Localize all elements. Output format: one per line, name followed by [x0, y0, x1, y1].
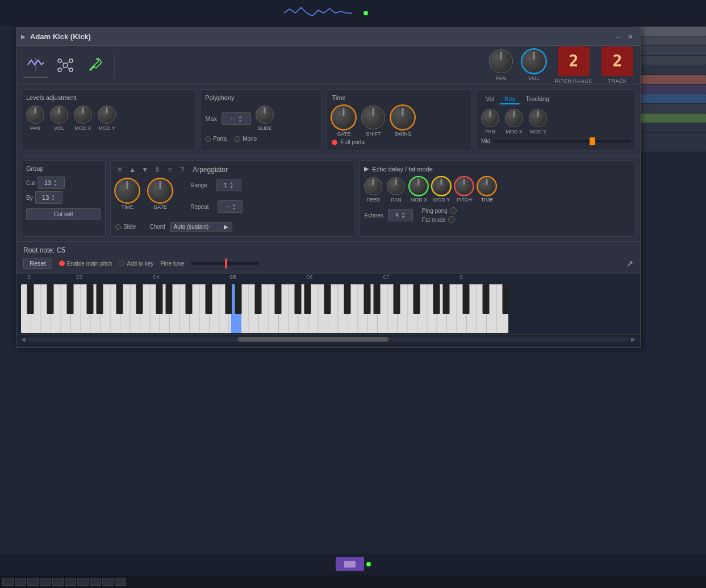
bottom-btn-3[interactable] — [27, 578, 39, 586]
ping-pong-toggle[interactable]: Ping pong — [422, 207, 457, 214]
poly-slide-knob[interactable] — [256, 106, 274, 124]
key-modx-col: MOD X — [505, 109, 523, 135]
group-cut-arrows[interactable]: ▲▼ — [53, 179, 57, 187]
mid-slider[interactable] — [494, 140, 630, 142]
levels-mody-knob[interactable] — [98, 106, 116, 124]
piano-keyboard[interactable] — [21, 284, 509, 334]
arp-up-btn[interactable]: ▲ — [128, 165, 137, 174]
bottom-btn-4[interactable] — [40, 578, 51, 586]
key-pan-knob[interactable] — [481, 109, 499, 127]
mono-radio[interactable]: Mono — [235, 136, 257, 142]
echo-modx-knob[interactable] — [410, 177, 428, 195]
wave-tool-button[interactable] — [23, 53, 48, 78]
group-by-arrows[interactable]: ▲▼ — [51, 194, 55, 201]
bottom-btn-7[interactable] — [77, 578, 89, 586]
bottom-btn-5[interactable] — [52, 578, 64, 586]
fine-tune-slider[interactable] — [191, 262, 259, 265]
expand-arrow[interactable]: ▶ — [21, 33, 26, 40]
arp-range-label: Range — [190, 182, 207, 188]
enable-main-pitch-circle — [59, 261, 65, 266]
fat-mode-label: Fat mode — [422, 217, 446, 223]
arp-updown-btn[interactable]: ⇕ — [153, 165, 162, 174]
toolbar-vol-knob[interactable] — [522, 49, 546, 73]
bottom-btn-1[interactable] — [2, 578, 14, 586]
levels-modx-knob[interactable] — [74, 106, 92, 124]
wrench-tool-button[interactable] — [82, 53, 107, 78]
minimize-button[interactable]: – — [613, 32, 623, 42]
arp-close-btn[interactable]: ✕ — [115, 165, 124, 174]
arp-chord-select[interactable]: Auto (sustain) ▶ — [170, 222, 232, 232]
svg-rect-61 — [27, 284, 34, 314]
poly-max-row: Max ··· ▲▼ SLIDE — [205, 106, 317, 131]
time-shift-knob[interactable] — [361, 106, 385, 129]
echo-feed-knob[interactable] — [364, 177, 382, 195]
arp-repeat-spinner[interactable]: ··· ▲▼ — [218, 200, 243, 213]
cursor-icon[interactable]: ↗ — [626, 258, 633, 269]
time-swing-knob[interactable] — [391, 106, 415, 129]
bottom-btn-8[interactable] — [90, 578, 101, 586]
scroll-left-arrow[interactable]: ◀ — [21, 336, 26, 342]
piano-label-c6: C6 — [306, 274, 313, 280]
arp-repeat-row: Repeat ··· ▲▼ — [190, 200, 243, 213]
arp-time-knob[interactable] — [115, 179, 139, 203]
toolbar-pitch-group: 2 PITCH RANGE — [555, 47, 592, 84]
scroll-track[interactable] — [28, 337, 629, 342]
tab-tracking[interactable]: Tracking — [521, 94, 554, 104]
group-by-spinner[interactable]: 13 ▲▼ — [35, 191, 62, 204]
levels-vol-knob[interactable] — [50, 106, 68, 124]
echo-pan-knob[interactable] — [387, 177, 405, 195]
arp-gate-knob[interactable] — [148, 179, 172, 203]
svg-rect-85 — [443, 284, 450, 314]
key-modx-knob[interactable] — [505, 109, 523, 127]
close-button[interactable]: ✕ — [625, 32, 636, 42]
network-tool-button[interactable] — [53, 53, 78, 78]
toolbar-pitch-display[interactable]: 2 — [558, 47, 590, 76]
echo-time-knob[interactable] — [478, 177, 496, 195]
group-cut-spinner[interactable]: 13 ▲▼ — [37, 177, 65, 189]
group-cut-label: Cut — [26, 180, 35, 186]
bottom-btn-9[interactable] — [102, 578, 114, 586]
ping-fat-toggles: Ping pong Fat mode — [422, 207, 457, 223]
levels-pan-knob[interactable] — [26, 106, 44, 124]
arp-list-btn[interactable]: ≡ — [165, 165, 174, 174]
full-porta-radio[interactable] — [332, 140, 337, 145]
poly-title: Polyphony — [205, 94, 317, 101]
echoes-arrows[interactable]: ▲▼ — [401, 211, 405, 219]
toolbar-track-display[interactable]: 2 — [601, 47, 633, 76]
echoes-spinner[interactable]: 4 ▲▼ — [388, 209, 413, 221]
reset-button[interactable]: Reset — [23, 258, 52, 269]
piano-label-2: 2 — [28, 274, 31, 280]
bottom-instrument[interactable] — [336, 557, 364, 571]
toolbar-range-label: RANGE — [573, 78, 592, 84]
arp-range-spinner[interactable]: 1 ▲▼ — [216, 179, 241, 191]
toolbar-pan-knob[interactable] — [489, 49, 513, 73]
echo-mody-knob[interactable] — [432, 177, 450, 195]
svg-point-3 — [69, 59, 73, 62]
arp-title: Arpeggiator — [193, 166, 228, 174]
porta-label: Porta — [213, 136, 227, 142]
arp-range-arrows[interactable]: ▲▼ — [229, 181, 233, 189]
bottom-btn-2[interactable] — [15, 578, 26, 586]
arp-down-btn[interactable]: ▼ — [140, 165, 149, 174]
poly-spin-arrows[interactable]: ▲▼ — [238, 115, 242, 123]
enable-main-pitch-radio[interactable]: Enable main pitch — [59, 261, 112, 267]
bottom-btn-6[interactable] — [65, 578, 76, 586]
scroll-right-arrow[interactable]: ▶ — [631, 336, 636, 342]
arp-slide-radio[interactable]: Slide — [115, 224, 136, 230]
time-shift-label: SHIFT — [366, 131, 381, 137]
key-mody-knob[interactable] — [529, 109, 547, 127]
time-gate-knob[interactable] — [332, 106, 356, 129]
add-to-key-radio[interactable]: Add to key — [119, 261, 153, 267]
fat-mode-toggle[interactable]: Fat mode — [422, 216, 457, 223]
bottom-btn-10[interactable] — [115, 578, 126, 586]
svg-rect-72 — [225, 284, 232, 314]
echo-expand-icon[interactable]: ▶ — [364, 165, 369, 173]
porta-radio[interactable]: Porta — [205, 136, 227, 142]
cut-self-button[interactable]: Cut self — [26, 208, 101, 220]
poly-max-spinner[interactable]: ··· ▲▼ — [222, 112, 251, 125]
arp-help-btn[interactable]: ? — [178, 165, 187, 174]
tab-vol[interactable]: Vol — [481, 94, 499, 104]
echo-pitch-knob[interactable] — [455, 177, 473, 195]
tab-key[interactable]: Key — [500, 94, 520, 104]
arp-repeat-arrows[interactable]: ▲▼ — [232, 203, 236, 211]
